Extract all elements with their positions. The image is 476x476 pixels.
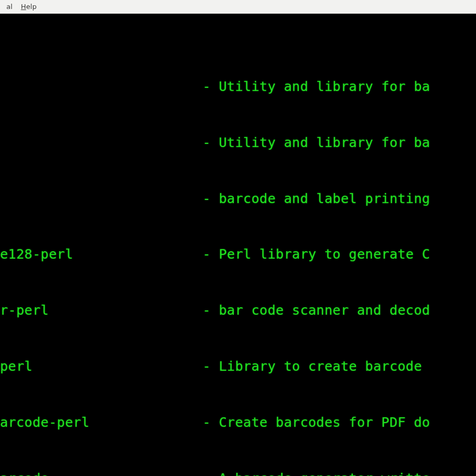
menubar: al Help [0,0,476,14]
pkg-desc: Perl library to generate C [219,245,430,263]
pkg-desc: A barcode generator writte [219,469,430,476]
pkg-name: arcode [0,469,203,476]
pkg-row: - barcode and label printing [0,189,476,208]
pkg-name [0,189,203,208]
pkg-row: arcode- A barcode generator writte [0,469,476,476]
pkg-desc: Library to create barcode [219,357,430,376]
pkg-name [0,133,203,152]
terminal-viewport[interactable]: - Utility and library for ba - Utility a… [0,14,476,476]
pkg-row: - Utility and library for ba [0,77,476,96]
dash: - [203,245,219,263]
dash: - [203,301,219,319]
dash: - [203,469,219,476]
pkg-desc: barcode and label printing [219,189,430,208]
menu-terminal-partial[interactable]: al [2,1,17,12]
menu-help-mnemonic: H [21,3,26,11]
dash: - [203,357,219,376]
pkg-name: r-perl [0,301,203,319]
pkg-desc: Utility and library for ba [219,77,430,96]
pkg-name: e128-perl [0,245,203,263]
pkg-desc: Create barcodes for PDF do [219,413,430,432]
dash: - [203,189,219,208]
dash: - [203,133,219,152]
pkg-row: perl- Library to create barcode [0,357,476,376]
dash: - [203,77,219,96]
pkg-row: e128-perl- Perl library to generate C [0,245,476,263]
menu-help[interactable]: Help [17,1,41,12]
pkg-desc: bar code scanner and decod [219,301,430,319]
pkg-row: - Utility and library for ba [0,133,476,152]
pkg-name: arcode-perl [0,413,203,432]
pkg-name [0,77,203,96]
pkg-row: r-perl- bar code scanner and decod [0,301,476,319]
pkg-row: arcode-perl- Create barcodes for PDF do [0,413,476,432]
dash: - [203,413,219,432]
pkg-desc: Utility and library for ba [219,133,430,152]
pkg-name: perl [0,357,203,376]
